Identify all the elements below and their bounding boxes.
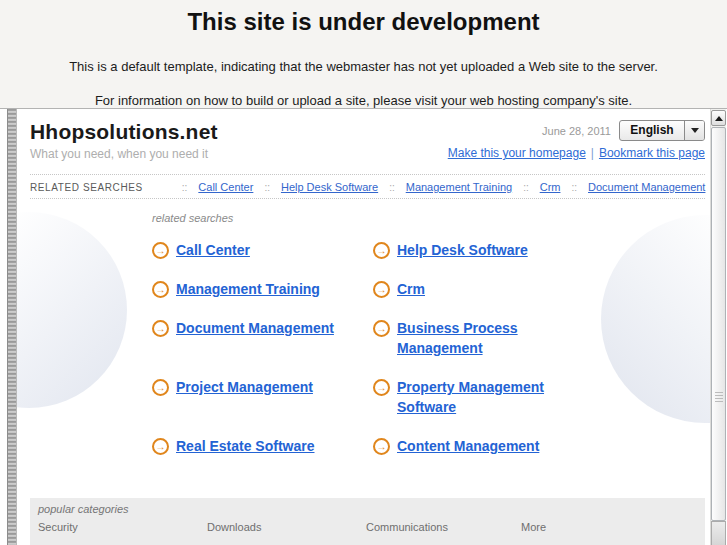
link-row: → Project Management → Property Manageme… — [152, 377, 602, 436]
arrow-circle-icon: → — [373, 281, 390, 298]
separator: :: — [523, 182, 529, 193]
banner-text-line2: For information on how to build or uploa… — [0, 74, 727, 108]
arrow-circle-icon: → — [152, 379, 169, 396]
bar-link-call-center[interactable]: Call Center — [198, 181, 253, 193]
list-item: → Document Management — [152, 318, 373, 338]
bar-link-document-management[interactable]: Document Management — [588, 181, 705, 193]
category-header-security: Security — [38, 521, 207, 533]
separator: :: — [571, 182, 577, 193]
link-divider: | — [591, 146, 594, 160]
related-searches-bar: RELATED SEARCHES :: Call Center :: Help … — [30, 174, 705, 199]
date-label: June 28, 2011 — [542, 125, 611, 137]
site-tagline: What you need, when you need it — [30, 147, 218, 161]
link-crm[interactable]: Crm — [397, 279, 425, 299]
page-title: This site is under development — [0, 0, 727, 36]
link-row: → Management Training → Crm — [152, 279, 602, 318]
language-select-value: English — [620, 121, 684, 140]
banner-text-line1: This is a default template, indicating t… — [0, 36, 727, 74]
parked-page-frame: Hhopsolutions.net What you need, when yo… — [0, 108, 727, 545]
list-item: → Real Estate Software — [152, 436, 373, 456]
arrow-circle-icon: → — [152, 320, 169, 337]
link-property-management-software[interactable]: Property Management Software — [397, 377, 575, 417]
popular-categories-heading: popular categories — [38, 503, 705, 515]
category-header-more: More — [521, 521, 705, 533]
related-links-grid: → Call Center → Help Desk Software — [152, 240, 602, 475]
arrow-circle-icon: → — [373, 379, 390, 396]
dropdown-arrow-icon[interactable] — [684, 121, 704, 140]
window-edge-texture — [7, 109, 17, 545]
bookmark-page-link[interactable]: Bookmark this page — [599, 146, 705, 160]
separator: :: — [389, 182, 395, 193]
list-item: → Project Management — [152, 377, 373, 397]
list-item: → Crm — [373, 279, 594, 299]
list-item: → Content Management — [373, 436, 594, 456]
list-item: → Business Process Management — [373, 318, 594, 358]
site-header: Hhopsolutions.net What you need, when yo… — [30, 120, 705, 161]
scrollbar-grip-icon — [715, 392, 723, 404]
popular-category-links: Antivirus Free Downloads Email Account E… — [38, 540, 705, 545]
separator: :: — [264, 182, 270, 193]
vertical-scrollbar[interactable] — [710, 109, 726, 545]
bar-link-help-desk-software[interactable]: Help Desk Software — [281, 181, 378, 193]
scrollbar-thumb[interactable] — [711, 127, 726, 521]
link-row: → Document Management → Business Process… — [152, 318, 602, 377]
arrow-circle-icon: → — [152, 281, 169, 298]
list-item: → Help Desk Software — [373, 240, 594, 260]
popular-category-headers: Security Downloads Communications More — [38, 521, 705, 533]
link-management-training[interactable]: Management Training — [176, 279, 320, 299]
arrow-circle-icon: → — [373, 320, 390, 337]
category-header-downloads: Downloads — [207, 521, 366, 533]
link-row: → Real Estate Software → Content Managem… — [152, 436, 602, 475]
list-item: → Management Training — [152, 279, 373, 299]
separator: :: — [182, 182, 188, 193]
list-item: → Call Center — [152, 240, 373, 260]
arrow-circle-icon: → — [152, 438, 169, 455]
under-development-banner: This site is under development This is a… — [0, 0, 727, 108]
bar-link-management-training[interactable]: Management Training — [406, 181, 512, 193]
scroll-up-button[interactable] — [711, 110, 726, 126]
language-select[interactable]: English — [619, 120, 705, 141]
site-name: Hhopsolutions.net — [30, 120, 218, 144]
link-document-management[interactable]: Document Management — [176, 318, 334, 338]
parked-page-content: Hhopsolutions.net What you need, when yo… — [17, 109, 710, 545]
scroll-up-icon — [715, 116, 723, 121]
bar-link-crm[interactable]: Crm — [540, 181, 561, 193]
link-project-management[interactable]: Project Management — [176, 377, 313, 397]
link-help-desk-software[interactable]: Help Desk Software — [397, 240, 528, 260]
arrow-circle-icon: → — [152, 242, 169, 259]
link-row: → Call Center → Help Desk Software — [152, 240, 602, 279]
scrollbar-track-bottom[interactable] — [711, 521, 726, 545]
related-searches-label: RELATED SEARCHES — [30, 182, 143, 193]
link-business-process-management[interactable]: Business Process Management — [397, 318, 575, 358]
link-call-center[interactable]: Call Center — [176, 240, 250, 260]
list-item: → Property Management Software — [373, 377, 594, 417]
link-content-management[interactable]: Content Management — [397, 436, 539, 456]
popular-categories-box: popular categories Security Downloads Co… — [30, 498, 705, 545]
related-searches-heading: related searches — [152, 212, 705, 224]
category-header-communications: Communications — [366, 521, 521, 533]
arrow-circle-icon: → — [373, 242, 390, 259]
link-real-estate-software[interactable]: Real Estate Software — [176, 436, 315, 456]
arrow-circle-icon: → — [373, 438, 390, 455]
make-homepage-link[interactable]: Make this your homepage — [448, 146, 586, 160]
